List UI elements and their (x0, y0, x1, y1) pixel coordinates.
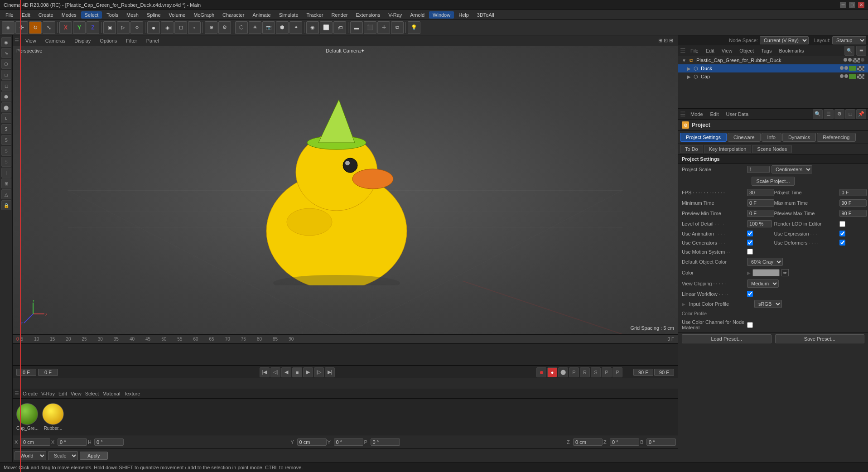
tab-info[interactable]: Info (762, 133, 781, 142)
menu-spline[interactable]: Spline (143, 11, 164, 19)
vp-tab-cameras[interactable]: Cameras (43, 37, 68, 44)
play-forward-button[interactable]: ▶ (303, 367, 313, 377)
rot-key-button[interactable]: R (580, 367, 590, 377)
lt-deformer[interactable]: ⬢ (1, 92, 11, 101)
tb-material[interactable]: ◉ (306, 21, 319, 34)
tree-filter-button[interactable]: ☰ (856, 46, 866, 56)
tb-group[interactable]: ⧉ (391, 21, 404, 34)
tab-dynamics[interactable]: Dynamics (782, 133, 816, 142)
use-expr-checkbox[interactable] (839, 231, 845, 236)
tb-camera[interactable]: 📷 (262, 21, 275, 34)
use-deform-checkbox[interactable] (839, 240, 845, 246)
z-rot-input[interactable] (610, 438, 639, 446)
minimize-button[interactable]: ─ (840, 2, 846, 8)
scale-dropdown[interactable]: Scale (48, 451, 78, 460)
window-controls[interactable]: ─ □ ✕ (840, 2, 864, 8)
tb-x-axis[interactable]: X (59, 21, 72, 34)
tree-tab-view[interactable]: View (719, 47, 735, 54)
default-color-dropdown[interactable]: 60% Gray White Black (747, 258, 783, 266)
tree-item-root[interactable]: ▼ ⧉ Plastic_Cap_Green_for_Rubber_Duck (678, 56, 868, 64)
frame-input-2[interactable] (38, 369, 58, 376)
prev-max-input[interactable] (839, 210, 867, 217)
play-back-button[interactable]: ◀ (281, 367, 291, 377)
viewport-3d[interactable]: Perspective Default Camera✦ Grid Spacing… (13, 46, 678, 334)
lod-input[interactable] (747, 220, 772, 227)
mat-menu-icon[interactable]: ☰ (14, 390, 19, 396)
menu-vray[interactable]: V-Ray (385, 11, 405, 19)
tree-tab-edit[interactable]: Edit (703, 47, 717, 54)
scale-project-button[interactable]: Scale Project... (752, 177, 795, 186)
tb-render-region[interactable]: ▣ (103, 21, 116, 34)
next-key-button[interactable]: |▷ (314, 367, 324, 377)
tb-move[interactable]: ✛ (15, 21, 28, 34)
subtab-scenenodes[interactable]: Scene Nodes (752, 145, 792, 153)
save-preset-button[interactable]: Save Preset... (775, 334, 865, 343)
menu-create[interactable]: Create (35, 11, 57, 19)
props-settings-button[interactable]: ⚙ (834, 109, 844, 119)
lt-grid2[interactable]: ⊞ (1, 178, 11, 188)
menu-modes[interactable]: Modes (58, 11, 80, 19)
menu-3dtoall[interactable]: 3DToAll (473, 11, 498, 19)
tb-deform[interactable]: ⬢ (276, 21, 289, 34)
input-color-dropdown[interactable]: sRGB Linear (754, 300, 782, 308)
record-button[interactable]: ⏺ (536, 367, 546, 377)
project-scale-unit[interactable]: Centimeters Meters Inches (772, 165, 812, 173)
z-pos-input[interactable] (573, 438, 603, 446)
color-channel-checkbox[interactable] (747, 322, 753, 328)
view-clipping-dropdown[interactable]: Medium Low High (747, 279, 779, 288)
close-button[interactable]: ✕ (858, 2, 864, 8)
tree-tab-tags[interactable]: Tags (758, 47, 774, 54)
mat-tab-material[interactable]: Material (102, 391, 120, 396)
goto-end-button[interactable]: ▶| (325, 367, 335, 377)
color-swatch[interactable] (752, 269, 780, 276)
node-space-dropdown[interactable]: Current (V-Ray) Cinema 4D (760, 36, 809, 44)
keyframe-area[interactable] (13, 344, 678, 366)
tb-select-model[interactable]: ◉ (2, 21, 14, 34)
color-picker-button[interactable]: ✏ (781, 269, 789, 276)
tb-render-settings[interactable]: ⚙ (130, 21, 143, 34)
tb-perspective[interactable]: ⬡ (235, 21, 248, 34)
x-pos-input[interactable] (21, 438, 50, 446)
subtab-todo[interactable]: To Do (680, 145, 703, 153)
tb-floor[interactable]: ▬ (350, 21, 363, 34)
lt-model[interactable]: ◉ (1, 37, 11, 47)
menu-file[interactable]: File (2, 11, 17, 19)
mat-tab-edit[interactable]: Edit (58, 391, 67, 396)
props-pin-button[interactable]: 📌 (856, 109, 866, 119)
tb-object-mode[interactable]: ● (147, 21, 160, 34)
vp-tab-view[interactable]: View (23, 37, 39, 44)
tb-snap[interactable]: ⊕ (205, 21, 217, 34)
lt-s1[interactable]: S (1, 135, 11, 145)
menu-window[interactable]: Window (429, 11, 454, 19)
b-input[interactable] (646, 438, 676, 446)
preview-start-input[interactable] (633, 369, 653, 376)
props-menu-icon[interactable]: ☰ (680, 111, 686, 118)
param-key-button[interactable]: P (602, 367, 612, 377)
menu-volume[interactable]: Volume (165, 11, 189, 19)
vp-tab-filter[interactable]: Filter (123, 37, 140, 44)
vp-menu-icon[interactable]: ☰ (14, 38, 19, 43)
fps-input[interactable] (747, 189, 774, 196)
menu-mesh[interactable]: Mesh (123, 11, 142, 19)
motion-key-button[interactable]: ⬤ (558, 367, 568, 377)
apply-button[interactable]: Apply (80, 452, 108, 460)
tab-cineware[interactable]: Cineware (728, 133, 760, 142)
use-gen-checkbox[interactable] (747, 240, 753, 246)
world-dropdown[interactable]: World Object (14, 451, 46, 460)
props-tab-mode[interactable]: Mode (688, 111, 706, 118)
max-time-input[interactable] (839, 199, 867, 207)
maximize-button[interactable]: □ (849, 2, 855, 8)
lt-s3[interactable]: S (1, 157, 11, 167)
lt-triangle[interactable]: △ (1, 189, 11, 199)
project-time-input[interactable] (839, 189, 867, 196)
tb-null[interactable]: ✛ (377, 21, 390, 34)
mat-tab-create[interactable]: Create (23, 391, 38, 396)
scale-key-button[interactable]: S (591, 367, 601, 377)
menu-tools[interactable]: Tools (103, 11, 122, 19)
tb-mirror[interactable]: ⬛ (364, 21, 376, 34)
lt-dollar[interactable]: $ (1, 124, 11, 134)
stop-button[interactable]: ■ (292, 367, 302, 377)
lt-line[interactable]: | (1, 168, 11, 178)
tb-edge-mode[interactable]: ◻ (174, 21, 187, 34)
tb-snap-settings[interactable]: ⚙ (218, 21, 231, 34)
